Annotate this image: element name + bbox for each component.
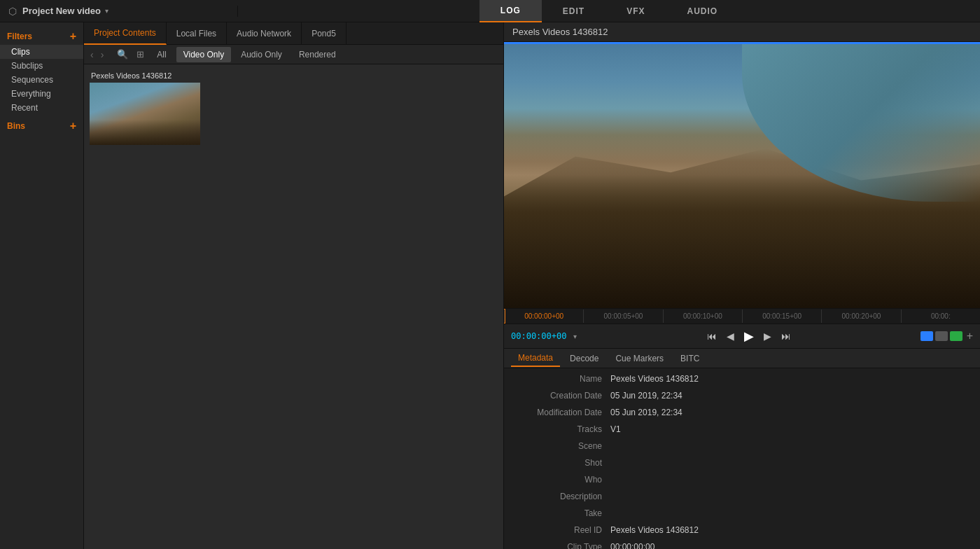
- go-start-button[interactable]: ⏮: [704, 329, 720, 343]
- metadata-row: Description: [512, 492, 972, 506]
- filters-label: Filters: [7, 32, 32, 41]
- metadata-row: Who: [512, 475, 972, 489]
- subtab-all[interactable]: All: [150, 47, 173, 62]
- project-dropdown-icon[interactable]: ▾: [105, 7, 108, 15]
- center-panel: Project Contents Local Files Audio Netwo…: [84, 22, 504, 549]
- top-bar: ⬡ Project New video ▾ LOG EDIT VFX AUDIO: [0, 0, 980, 22]
- timecode-1: 00:00:05+00: [583, 310, 662, 323]
- nav-arrows: ‹ ›: [88, 48, 106, 62]
- top-nav: LOG EDIT VFX AUDIO: [238, 0, 980, 22]
- timecode-4: 00:00:20+00: [821, 310, 900, 323]
- search-icon[interactable]: 🔍: [114, 48, 131, 61]
- metadata-row: Reel ID Pexels Videos 1436812: [512, 525, 972, 539]
- metadata-row: Scene: [512, 441, 972, 455]
- audio-controls: [920, 331, 962, 341]
- metadata-panel: Metadata Decode Cue Markers BITC Name Pe…: [504, 349, 980, 549]
- timecode-3: 00:00:15+00: [742, 310, 821, 323]
- add-filter-icon[interactable]: +: [70, 31, 76, 42]
- subtab-rendered[interactable]: Rendered: [292, 47, 343, 62]
- clip-thumbnail[interactable]: Pexels Videos 1436812: [90, 70, 200, 145]
- timecode-dropdown[interactable]: ▾: [573, 333, 577, 340]
- sidebar-item-clips[interactable]: Clips: [0, 45, 83, 59]
- left-panel: Filters + Clips Subclips Sequences Every…: [0, 22, 84, 549]
- meta-value: Pexels Videos 1436812: [610, 374, 972, 384]
- preview-title: Pexels Videos 1436812: [504, 22, 980, 42]
- audio-channel-1[interactable]: [920, 331, 933, 341]
- timecode-5: 00:00:: [901, 310, 980, 323]
- play-button[interactable]: ▶: [741, 327, 757, 345]
- main-tabs-row: Project Contents Local Files Audio Netwo…: [84, 22, 503, 45]
- meta-tab-decode[interactable]: Decode: [563, 350, 606, 367]
- timecode-2: 00:00:10+00: [663, 310, 742, 323]
- video-preview[interactable]: [504, 42, 980, 308]
- nav-edit[interactable]: EDIT: [542, 0, 606, 22]
- prev-frame-button[interactable]: ◀: [724, 329, 737, 343]
- video-top-accent: [504, 42, 980, 44]
- meta-tab-cue-markers[interactable]: Cue Markers: [608, 350, 671, 367]
- meta-value: 05 Jun 2019, 22:34: [610, 408, 972, 417]
- sidebar-item-recent[interactable]: Recent: [0, 101, 83, 115]
- timeline-bar[interactable]: 00:00:00+00 00:00:05+00 00:00:10+00 00:0…: [504, 308, 980, 324]
- project-title: Project New video: [22, 6, 101, 16]
- timecode-0: 00:00:00+00: [504, 310, 583, 323]
- sidebar-item-everything[interactable]: Everything: [0, 87, 83, 101]
- add-bin-icon[interactable]: +: [70, 120, 76, 132]
- video-scene-bg: [504, 42, 980, 308]
- next-frame-button[interactable]: ▶: [761, 329, 774, 343]
- meta-label: Tracks: [512, 424, 610, 434]
- metadata-row: Take: [512, 508, 972, 522]
- project-title-area: ⬡ Project New video ▾: [0, 6, 238, 17]
- thumb-scene-bg: [90, 83, 200, 145]
- sidebar-item-subclips[interactable]: Subclips: [0, 59, 83, 73]
- meta-value: 05 Jun 2019, 22:34: [610, 391, 972, 401]
- subtabs-row: ‹ › 🔍 ⊞ All Video Only Audio Only Render…: [84, 45, 503, 64]
- playback-controls: 00:00:00+00 ▾ ⏮ ◀ ▶ ▶ ⏭ +: [504, 324, 980, 349]
- metadata-row: Clip Type 00:00:00:00: [512, 542, 972, 549]
- meta-tab-metadata[interactable]: Metadata: [511, 350, 560, 367]
- sidebar-item-sequences[interactable]: Sequences: [0, 73, 83, 87]
- back-icon[interactable]: ⬡: [7, 6, 18, 17]
- clip-label: Pexels Videos 1436812: [90, 70, 200, 83]
- meta-label: Creation Date: [512, 391, 610, 401]
- nav-log[interactable]: LOG: [479, 0, 542, 22]
- meta-value: V1: [610, 424, 972, 434]
- meta-label: Name: [512, 374, 610, 384]
- filters-header: Filters +: [0, 28, 83, 45]
- forward-arrow[interactable]: ›: [99, 48, 106, 62]
- tab-local-files[interactable]: Local Files: [167, 22, 227, 45]
- subtab-video-only[interactable]: Video Only: [176, 47, 231, 62]
- audio-channel-2[interactable]: [935, 331, 948, 341]
- metadata-tabs: Metadata Decode Cue Markers BITC: [504, 349, 980, 368]
- tab-project-contents[interactable]: Project Contents: [84, 22, 167, 45]
- tab-audio-network[interactable]: Audio Network: [227, 22, 302, 45]
- main-area: Filters + Clips Subclips Sequences Every…: [0, 22, 980, 549]
- meta-tab-bitc[interactable]: BITC: [673, 350, 706, 367]
- add-control-icon[interactable]: +: [967, 330, 973, 342]
- metadata-content: Name Pexels Videos 1436812 Creation Date…: [504, 368, 980, 549]
- nav-audio[interactable]: AUDIO: [666, 0, 739, 22]
- meta-label: Clip Type: [512, 542, 610, 549]
- metadata-row: Modification Date 05 Jun 2019, 22:34: [512, 408, 972, 422]
- clip-image: [90, 83, 200, 145]
- nav-vfx[interactable]: VFX: [606, 0, 666, 22]
- meta-label: Who: [512, 475, 610, 485]
- meta-label: Shot: [512, 458, 610, 468]
- subtab-audio-only[interactable]: Audio Only: [234, 47, 289, 62]
- bins-header: Bins +: [0, 115, 83, 134]
- meta-label: Modification Date: [512, 408, 610, 417]
- metadata-row: Creation Date 05 Jun 2019, 22:34: [512, 391, 972, 405]
- right-panel: Pexels Videos 1436812 00:00:00+00 00:00:…: [504, 22, 980, 549]
- meta-value: Pexels Videos 1436812: [610, 525, 972, 535]
- metadata-row: Name Pexels Videos 1436812: [512, 374, 972, 388]
- timecode-display: 00:00:00+00: [511, 331, 566, 341]
- tab-pond5[interactable]: Pond5: [302, 22, 346, 45]
- meta-label: Description: [512, 492, 610, 501]
- meta-value: 00:00:00:00: [610, 542, 972, 549]
- audio-channel-3[interactable]: [950, 331, 962, 341]
- back-arrow[interactable]: ‹: [88, 48, 96, 62]
- go-end-button[interactable]: ⏭: [778, 329, 794, 343]
- grid-view-icon[interactable]: ⊞: [134, 48, 147, 61]
- meta-label: Take: [512, 508, 610, 518]
- meta-label: Scene: [512, 441, 610, 451]
- metadata-row: Shot: [512, 458, 972, 472]
